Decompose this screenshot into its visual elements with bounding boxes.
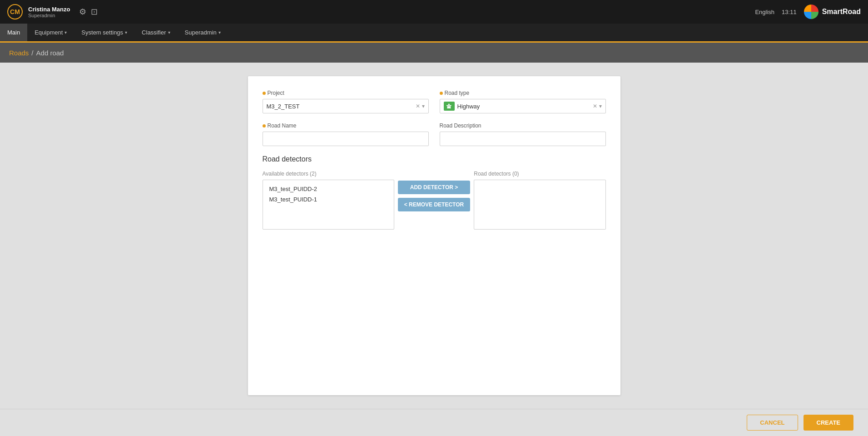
form-row-2: Road Name Road Description: [263, 122, 606, 146]
content-area: Project M3_2_TEST ✕ ▾ Road type 🛣: [0, 63, 868, 409]
chevron-down-icon[interactable]: ▾: [422, 103, 425, 109]
project-select[interactable]: M3_2_TEST ✕ ▾: [263, 99, 429, 113]
road-detector-list[interactable]: [474, 180, 605, 230]
chevron-down-icon: ▾: [125, 30, 127, 35]
select-icons: ✕ ▾: [416, 103, 425, 109]
add-detector-button[interactable]: ADD DETECTOR >: [398, 181, 470, 194]
nav-label-equipment: Equipment: [35, 29, 63, 36]
project-value: M3_2_TEST: [267, 103, 416, 110]
nav-item-main[interactable]: Main: [0, 24, 27, 41]
road-name-input[interactable]: [267, 132, 425, 146]
nav-label-classifier: Classifier: [142, 29, 166, 36]
project-label: Project: [263, 90, 429, 96]
road-type-select[interactable]: 🛣 Highway ✕ ▾: [440, 99, 606, 113]
road-type-value: Highway: [457, 103, 593, 110]
top-bar-left: CM Cristina Manzo Superadmin ⚙ ⊡: [7, 4, 98, 20]
required-dot: [440, 92, 443, 95]
create-button[interactable]: CREATE: [804, 415, 853, 431]
chevron-down-icon: ▾: [64, 30, 67, 35]
nav-item-superadmin[interactable]: Superadmin ▾: [178, 24, 228, 41]
road-type-label: Road type: [440, 90, 606, 96]
brand-name: SmartRoad: [822, 8, 861, 16]
list-item[interactable]: M3_test_PUIDD-1: [267, 194, 390, 205]
highway-icon: 🛣: [444, 102, 455, 111]
road-label: Road detectors (0): [474, 171, 605, 177]
road-name-field: Road Name: [263, 122, 429, 146]
language-selector[interactable]: English: [755, 9, 774, 15]
clear-icon[interactable]: ✕: [593, 103, 597, 109]
nav-item-equipment[interactable]: Equipment ▾: [27, 24, 74, 41]
brand-logo: [804, 5, 818, 19]
breadcrumb-separator: /: [31, 49, 33, 57]
remove-detector-button[interactable]: < REMOVE DETECTOR: [398, 198, 470, 211]
select-icons: ✕ ▾: [593, 103, 602, 109]
breadcrumb: Roads / Add road: [0, 43, 868, 63]
top-bar: CM Cristina Manzo Superadmin ⚙ ⊡ English…: [0, 0, 868, 24]
top-bar-icons: ⚙ ⊡: [79, 7, 98, 17]
form-card: Project M3_2_TEST ✕ ▾ Road type 🛣: [248, 76, 620, 395]
chevron-down-icon[interactable]: ▾: [599, 103, 602, 109]
clock: 13:11: [782, 9, 797, 15]
nav-label-main: Main: [7, 29, 20, 36]
bottom-bar: CANCEL CREATE: [0, 409, 868, 436]
breadcrumb-parent[interactable]: Roads: [9, 49, 29, 57]
road-description-input-wrapper: [440, 132, 606, 146]
user-role: Superadmin: [28, 13, 70, 18]
road-name-label: Road Name: [263, 122, 429, 129]
road-description-label: Road Description: [440, 122, 606, 129]
available-label: Available detectors (2): [263, 171, 394, 177]
nav-item-system-settings[interactable]: System settings ▾: [74, 24, 134, 41]
road-description-input[interactable]: [444, 132, 602, 146]
required-dot: [263, 92, 266, 95]
available-detector-list[interactable]: M3_test_PUIDD-2 M3_test_PUIDD-1: [263, 180, 394, 230]
brand: SmartRoad: [804, 5, 861, 19]
breadcrumb-current: Add road: [36, 49, 64, 57]
road-detectors-section: Road detectors Available detectors (2) M…: [263, 155, 606, 230]
road-description-field: Road Description: [440, 122, 606, 146]
road-detectors-panel: Road detectors (0): [474, 171, 605, 230]
road-type-field: Road type 🛣 Highway ✕ ▾: [440, 90, 606, 113]
required-dot: [263, 124, 266, 127]
available-detectors-panel: Available detectors (2) M3_test_PUIDD-2 …: [263, 171, 394, 230]
avatar: CM: [7, 4, 23, 20]
user-name: Cristina Manzo: [28, 6, 70, 13]
nav-label-system-settings: System settings: [81, 29, 123, 36]
form-row-1: Project M3_2_TEST ✕ ▾ Road type 🛣: [263, 90, 606, 113]
project-field: Project M3_2_TEST ✕ ▾: [263, 90, 429, 113]
section-title: Road detectors: [263, 155, 606, 163]
road-name-input-wrapper: [263, 132, 429, 146]
nav-bar: Main Equipment ▾ System settings ▾ Class…: [0, 24, 868, 43]
chevron-down-icon: ▾: [168, 30, 170, 35]
cancel-button[interactable]: CANCEL: [747, 415, 798, 431]
top-bar-right: English 13:11 SmartRoad: [755, 5, 861, 19]
chevron-down-icon: ▾: [218, 30, 221, 35]
export-icon[interactable]: ⊡: [91, 7, 98, 17]
detector-action-buttons: ADD DETECTOR > < REMOVE DETECTOR: [398, 171, 470, 211]
gear-icon[interactable]: ⚙: [79, 7, 86, 17]
user-info: Cristina Manzo Superadmin: [28, 6, 70, 18]
detectors-layout: Available detectors (2) M3_test_PUIDD-2 …: [263, 171, 606, 230]
clear-icon[interactable]: ✕: [416, 103, 420, 109]
list-item[interactable]: M3_test_PUIDD-2: [267, 184, 390, 194]
nav-item-classifier[interactable]: Classifier ▾: [134, 24, 177, 41]
nav-label-superadmin: Superadmin: [185, 29, 217, 36]
